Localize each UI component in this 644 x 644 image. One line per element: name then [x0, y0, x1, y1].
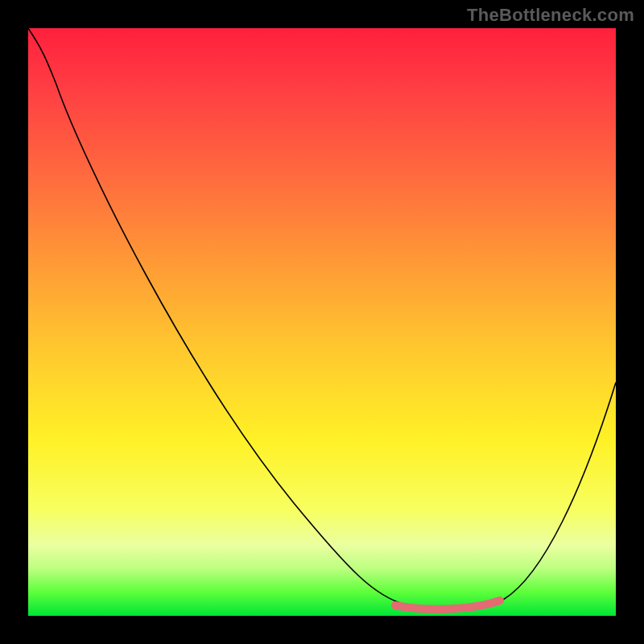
highlight-segment: [395, 601, 500, 609]
plot-area: [28, 28, 616, 616]
curve-svg: [28, 28, 616, 616]
attribution-text: TheBottleneck.com: [467, 5, 634, 26]
bottleneck-curve: [28, 28, 616, 608]
chart-container: TheBottleneck.com: [0, 0, 644, 644]
